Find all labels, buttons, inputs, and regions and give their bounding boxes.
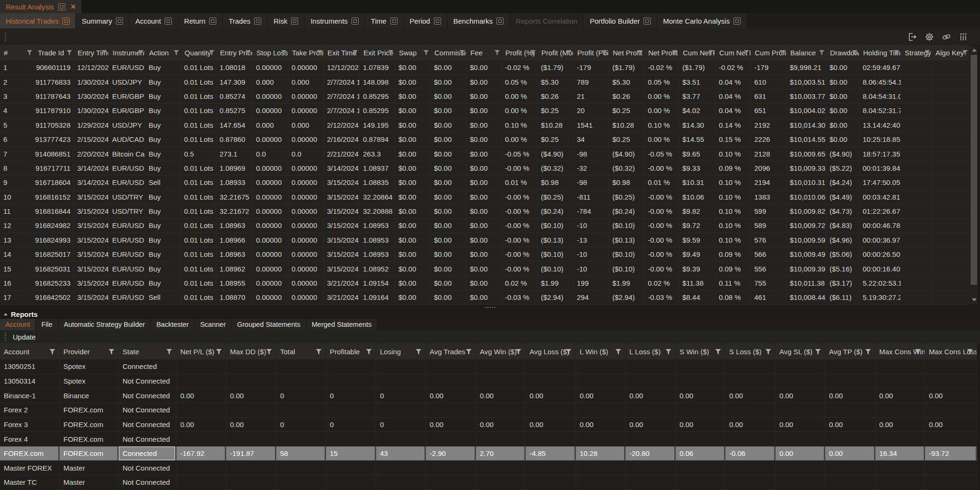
cell[interactable]: -0.06 [725, 446, 776, 461]
cell[interactable]: $9.49 [679, 247, 715, 262]
cell[interactable]: -0.00 % [645, 190, 679, 204]
cell[interactable]: 1.08962 [216, 262, 253, 276]
cell[interactable]: 148.098 [360, 75, 395, 89]
cell[interactable]: 0.01 Lots [181, 247, 216, 262]
cell[interactable]: 610 [751, 75, 786, 89]
table-row[interactable]: 190660111912/12/2023EUR/USDBuy0.01 Lots1… [0, 61, 970, 75]
table-row[interactable]: Forex 3FOREX.comNot Connected0.000.00000… [0, 418, 977, 432]
filter-funnel-icon[interactable] [27, 50, 32, 55]
cell[interactable]: 147.654 [216, 118, 253, 132]
cell[interactable]: -784 [574, 204, 609, 219]
table-row[interactable]: Forex 4FOREX.comNot Connected [0, 432, 977, 446]
cell[interactable]: ($2.94) [538, 290, 574, 305]
column-header-commission[interactable]: Commission [431, 45, 467, 61]
cell[interactable]: 58 [276, 446, 326, 461]
cell[interactable]: 0.00 [875, 418, 925, 432]
cell[interactable]: $0.00 [467, 75, 502, 89]
tab-historical-trades[interactable]: Historical Trades [0, 13, 75, 28]
cell[interactable]: ($4.90) [538, 147, 574, 161]
cell[interactable]: 0.01 Lots [181, 89, 216, 104]
cell[interactable]: $0.00 [826, 132, 859, 147]
cell[interactable]: $0.26 [609, 89, 645, 104]
cell[interactable]: 15 [326, 446, 376, 461]
cell[interactable]: -0.00 % [645, 262, 679, 276]
cell[interactable]: -0.02 % [645, 61, 679, 75]
cell[interactable] [932, 118, 970, 132]
filter-funnel-icon[interactable] [67, 50, 72, 55]
cell[interactable] [825, 475, 875, 490]
table-row[interactable]: 49117879101/30/2024EUR/GBPBuy0.01 Lots0.… [0, 104, 970, 118]
cell[interactable]: 0.00000 [253, 204, 288, 219]
cell[interactable]: 00:03:42.81 [859, 190, 901, 204]
cell[interactable]: 32.20888 [360, 204, 395, 219]
cell[interactable] [901, 161, 932, 175]
cell[interactable]: 789 [574, 75, 609, 89]
cell[interactable]: 3/15/2024 [74, 204, 109, 219]
cell[interactable]: 0.01 Lots [181, 290, 216, 305]
cell[interactable]: 5.19:30:27.2 [859, 290, 901, 305]
cell[interactable] [476, 432, 526, 446]
cell[interactable]: 3/21/2024 [324, 290, 360, 305]
cell[interactable]: 2 [0, 75, 34, 89]
cell[interactable]: 461 [751, 290, 786, 305]
cell[interactable] [476, 359, 526, 374]
cell[interactable]: 566 [751, 247, 786, 262]
table-row[interactable]: 109168161523/15/2024USD/TRYBuy0.01 Lots3… [0, 190, 970, 204]
settings-gear-icon[interactable] [924, 32, 935, 42]
filter-funnel-icon[interactable] [108, 349, 115, 355]
tab-reports-correlation[interactable]: Reports Correlation [510, 13, 583, 28]
cell[interactable]: Buy [145, 161, 181, 175]
column-header-avg-tp[interactable]: Avg TP ($) [825, 343, 875, 359]
cell[interactable]: 0.87860 [216, 132, 253, 147]
cell[interactable] [526, 475, 576, 490]
cell[interactable]: $0.98 [609, 175, 645, 190]
cell[interactable]: 1.08952 [360, 262, 395, 276]
cell[interactable]: $0.00 [395, 262, 431, 276]
cell[interactable]: EUR/USD [109, 219, 145, 233]
cell[interactable]: $0.00 [431, 247, 467, 262]
cell[interactable]: 43 [376, 446, 426, 461]
cell[interactable]: 911705328 [34, 118, 74, 132]
cell[interactable]: ($4.83) [826, 219, 859, 233]
cell[interactable] [901, 104, 932, 118]
cell[interactable]: 3/15/2024 [324, 233, 360, 247]
cell[interactable] [676, 403, 725, 418]
cell[interactable]: 0.00 [825, 388, 875, 403]
cell[interactable] [932, 175, 970, 190]
cell[interactable]: Not Connected [119, 475, 177, 490]
cell[interactable]: 0.85275 [216, 104, 253, 118]
cell[interactable]: $10,014.55 [786, 132, 826, 147]
cell[interactable]: 00:00:16.40 [859, 262, 901, 276]
cell[interactable]: EUR/GBP [109, 104, 145, 118]
table-row[interactable]: FOREX.comFOREX.comConnected-167.92-191.8… [0, 446, 977, 461]
cell[interactable]: 21 [574, 89, 609, 104]
cell[interactable] [901, 132, 932, 147]
cell[interactable] [932, 290, 970, 305]
cell[interactable]: 0.0 [288, 147, 324, 161]
cell[interactable]: 1.08963 [216, 219, 253, 233]
cell[interactable]: 3/15/2024 [74, 247, 109, 262]
cell[interactable] [776, 432, 825, 446]
cell[interactable]: 8 [0, 161, 34, 175]
table-row[interactable]: 29117768331/30/2024USD/JPYBuy0.01 Lots14… [0, 75, 970, 89]
cell[interactable]: 147.309 [216, 75, 253, 89]
cell[interactable]: $0.00 [431, 118, 467, 132]
cell[interactable]: 8.04:54:31.0 [859, 89, 901, 104]
cell[interactable] [376, 475, 426, 490]
cell[interactable]: AUD/CAD [109, 132, 145, 147]
cell[interactable]: 651 [751, 104, 786, 118]
cell[interactable] [875, 374, 925, 389]
cell[interactable]: $10,008.44 [786, 290, 826, 305]
cell[interactable]: 0.01 % [502, 175, 538, 190]
cell[interactable]: 0.11 % [715, 276, 751, 290]
table-row[interactable]: 13050251SpotexConnected [0, 359, 977, 374]
tab-trades[interactable]: Trades [223, 13, 267, 28]
cell[interactable]: Buy [145, 190, 181, 204]
open-window-icon[interactable] [390, 18, 397, 25]
cell[interactable]: 3/15/2024 [324, 247, 360, 262]
cell[interactable]: 1.08966 [216, 233, 253, 247]
cell[interactable] [626, 359, 676, 374]
cell[interactable] [526, 432, 576, 446]
cell[interactable]: EUR/USD [109, 233, 145, 247]
cell[interactable] [326, 432, 376, 446]
